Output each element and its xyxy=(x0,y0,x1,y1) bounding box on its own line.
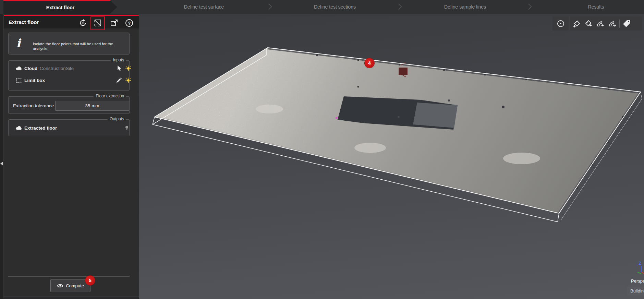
chevron-right-icon xyxy=(396,3,402,10)
pencil-icon xyxy=(116,77,122,83)
tab-results[interactable]: Results xyxy=(588,0,604,14)
tolerance-value: 35 mm xyxy=(85,103,99,108)
compute-label: Compute xyxy=(66,283,84,288)
view-mode-label: Perspective xyxy=(631,278,644,284)
toolbar-measure-segment xyxy=(570,16,642,31)
site-dot xyxy=(502,106,505,108)
panel-header: Extract floor xyxy=(4,15,139,28)
cloud-row-label: Cloud xyxy=(24,66,37,71)
floor-extraction-group: Floor extraction Extraction tolerance 35… xyxy=(8,96,130,114)
cloud-icon xyxy=(15,65,22,71)
site-dot xyxy=(357,86,359,88)
tolerance-field[interactable]: 35 mm xyxy=(55,101,129,111)
bulb-off-icon xyxy=(124,125,129,131)
info-box: i Isolate the floor points that will be … xyxy=(8,33,130,55)
open-in-window-icon xyxy=(110,19,119,27)
tag-label-icon xyxy=(622,19,631,28)
add-measurement-button[interactable] xyxy=(571,16,583,31)
tab-define-test-sections[interactable]: Define test sections xyxy=(314,0,356,14)
panel-title: Extract floor xyxy=(9,19,39,25)
extracted-floor-label: Extracted floor xyxy=(24,125,57,131)
point-cloud-scene[interactable] xyxy=(139,14,644,299)
cloud-visibility-on-button[interactable] xyxy=(125,65,131,71)
cloud-selector-label: Building xyxy=(630,288,644,294)
reset-view-button[interactable] xyxy=(77,17,88,28)
axis-z-line xyxy=(641,266,642,272)
remove-measurement-icon xyxy=(584,19,593,28)
structure-gray xyxy=(413,103,458,128)
section-measurement-button[interactable] xyxy=(607,16,619,31)
svg-text:?: ? xyxy=(128,21,131,26)
axis-z-label: Z xyxy=(639,261,641,266)
viewport-3d[interactable]: 4 xyxy=(139,14,644,299)
rectangular-limit-icon xyxy=(93,19,102,27)
cloud-selector-button[interactable]: Building xyxy=(627,287,644,296)
outputs-legend: Outputs xyxy=(108,117,126,121)
help-button[interactable]: ? xyxy=(124,17,135,28)
pick-cursor-button[interactable] xyxy=(116,65,122,71)
compute-button[interactable]: Compute xyxy=(50,279,90,292)
reset-view-icon xyxy=(78,19,87,27)
info-icon: i xyxy=(16,37,21,50)
target-point-button[interactable] xyxy=(555,16,567,31)
eye-icon xyxy=(57,284,63,288)
panel-body: i Isolate the floor points that will be … xyxy=(4,28,139,299)
step-badge-5: 5 xyxy=(85,276,95,285)
section-measurement-icon xyxy=(608,19,617,28)
cloud-row-value: ConstructionSite xyxy=(40,66,74,71)
chevron-right-icon xyxy=(525,3,532,10)
floor-patch xyxy=(503,153,540,164)
toolbar-divider xyxy=(619,20,620,28)
bulb-on-icon xyxy=(125,77,131,83)
tab-extract-floor-label: Extract floor xyxy=(46,5,74,10)
limit-box-visibility-on-button[interactable] xyxy=(125,77,131,83)
tab-define-sample-lines[interactable]: Define sample lines xyxy=(444,0,486,14)
add-measurement-icon xyxy=(572,19,581,28)
rectangular-limit-button[interactable] xyxy=(92,17,103,28)
bulb-on-icon xyxy=(125,65,131,71)
inputs-legend: Inputs xyxy=(111,58,126,62)
site-dot xyxy=(448,99,450,101)
target-point-icon xyxy=(556,19,565,28)
floor-patch xyxy=(256,105,283,113)
panel-collapse-strip[interactable] xyxy=(0,14,3,299)
info-text: Isolate the floor points that will be us… xyxy=(33,41,127,51)
step-badge-4: 4 xyxy=(365,58,374,68)
extracted-floor-visibility-off-button[interactable] xyxy=(124,125,130,131)
magenta-marker xyxy=(336,117,338,119)
chevron-right-icon xyxy=(266,3,272,10)
outputs-group: Outputs Extracted floor xyxy=(8,119,130,136)
inputs-group: Inputs Cloud ConstructionSite xyxy=(8,60,130,91)
divider xyxy=(8,276,130,277)
angle-measurement-button[interactable] xyxy=(595,16,607,31)
limit-box-row-label: Limit box xyxy=(24,78,45,83)
edit-limit-box-button[interactable] xyxy=(116,77,122,83)
tab-define-test-surface[interactable]: Define test surface xyxy=(184,0,224,14)
limit-box-icon xyxy=(15,78,22,83)
collapse-panel-icon[interactable] xyxy=(0,162,3,166)
open-in-window-button[interactable] xyxy=(109,17,120,28)
application-window: Extract floor Define test surface Define… xyxy=(0,0,644,299)
site-object-red xyxy=(399,68,408,75)
cursor-icon xyxy=(116,65,122,71)
cloud-icon xyxy=(15,125,22,131)
tolerance-label: Extraction tolerance xyxy=(13,103,54,108)
tag-label-button[interactable] xyxy=(620,16,632,31)
workflow-bar: Extract floor Define test surface Define… xyxy=(0,0,644,14)
toolbar-target-segment xyxy=(552,16,569,31)
site-dot xyxy=(398,116,400,118)
remove-measurement-button[interactable] xyxy=(583,16,595,31)
tab-extract-floor[interactable]: Extract floor xyxy=(3,0,117,14)
floor-extraction-legend: Floor extraction xyxy=(94,94,126,98)
extract-floor-panel: Extract floor xyxy=(4,14,139,299)
panel-footer: Next xyxy=(4,297,139,299)
help-icon: ? xyxy=(125,19,134,27)
angle-measurement-icon xyxy=(596,19,605,28)
floor-patch xyxy=(354,143,386,153)
